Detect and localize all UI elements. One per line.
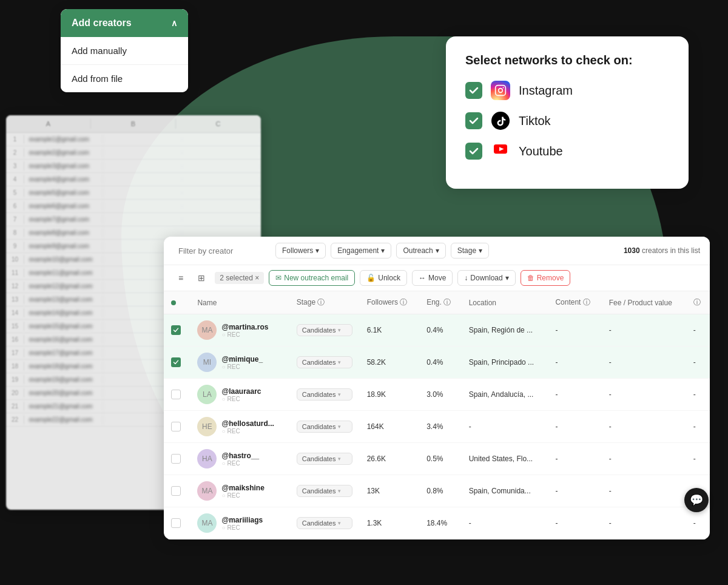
check-icon <box>469 116 479 126</box>
add-from-file-item[interactable]: Add from file <box>61 65 188 92</box>
creator-rec: ○ REC <box>221 428 274 435</box>
row-number: 18 <box>6 362 24 371</box>
stage-badge[interactable]: Candidates ▾ <box>297 421 352 433</box>
move-button[interactable]: ↔ Move <box>412 270 453 286</box>
th-engagement[interactable]: Eng. ⓘ <box>419 291 462 314</box>
lock-icon: 🔓 <box>366 274 376 282</box>
main-table-card: Followers ▾ Engagement ▾ Outreach ▾ Stag… <box>164 237 710 539</box>
row-checkbox[interactable] <box>171 390 181 399</box>
outreach-filter[interactable]: Outreach ▾ <box>396 243 445 259</box>
cell-email: example9@gmail.com <box>24 242 103 251</box>
td-followers: 6.1K <box>360 314 420 347</box>
row-number: 1 <box>6 135 24 144</box>
row-number: 15 <box>6 322 24 331</box>
cell-email: example10@gmail.com <box>24 255 103 264</box>
table-body: MA @martina.ros ○ REC Candidates ▾ 6.1K … <box>164 314 710 539</box>
row-checkbox[interactable] <box>171 518 181 528</box>
row-number: 6 <box>6 201 24 211</box>
new-outreach-email-button[interactable]: ✉ New outreach email <box>269 270 355 286</box>
td-checkbox <box>164 475 190 507</box>
td-content: - <box>548 314 601 347</box>
unlock-label: Unlock <box>378 274 400 282</box>
instagram-svg <box>494 84 507 96</box>
cell-email: example6@gmail.com <box>24 201 103 211</box>
table-row: MA @martina.ros ○ REC Candidates ▾ 6.1K … <box>164 314 710 347</box>
instagram-checkbox[interactable] <box>465 82 482 99</box>
creator-username[interactable]: @martina.ros <box>221 323 268 331</box>
table-row: MA @mariiliags ○ REC Candidates ▾ 1.3K 1… <box>164 507 710 539</box>
stage-dropdown-arrow: ▾ <box>338 424 341 430</box>
creators-count-text: creators in this list <box>642 246 700 255</box>
creator-username[interactable]: @mariiliags <box>221 516 263 524</box>
stage-badge[interactable]: Candidates ▾ <box>297 388 352 401</box>
td-stage: Candidates ▾ <box>289 443 360 475</box>
table-row: LA @laauraarc ○ REC Candidates ▾ 18.9K 3… <box>164 379 710 411</box>
youtube-checkbox[interactable] <box>465 143 482 160</box>
td-name: HE @hellosaturd... ○ REC <box>190 411 289 443</box>
tiktok-network-item[interactable]: Tiktok <box>465 111 669 130</box>
creator-avatar: MA <box>197 481 217 501</box>
td-engagement: 18.4% <box>419 507 462 539</box>
instagram-network-item[interactable]: Instagram <box>465 81 669 100</box>
outreach-filter-label: Outreach <box>403 246 433 255</box>
creator-username[interactable]: @hellosaturd... <box>221 419 274 428</box>
row-number: 22 <box>6 415 24 424</box>
td-checkbox <box>164 507 190 539</box>
stage-badge[interactable]: Candidates ▾ <box>297 453 352 465</box>
chat-icon[interactable]: 💬 <box>684 488 709 512</box>
engagement-filter[interactable]: Engagement ▾ <box>331 243 391 259</box>
td-location: Spain, Comunida... <box>462 475 548 507</box>
remove-button[interactable]: 🗑 Remove <box>521 270 571 286</box>
cell-email: example7@gmail.com <box>24 215 103 224</box>
th-location[interactable]: Location <box>462 291 548 314</box>
creator-username[interactable]: @hastro__ <box>221 451 259 460</box>
followers-filter[interactable]: Followers ▾ <box>275 243 326 259</box>
td-engagement: 0.8% <box>419 475 462 507</box>
row-checkbox[interactable] <box>171 325 181 335</box>
td-engagement: 0.4% <box>419 347 462 379</box>
unlock-button[interactable]: 🔓 Unlock <box>360 270 407 286</box>
add-creators-button[interactable]: Add creators ∧ <box>61 9 188 37</box>
row-checkbox[interactable] <box>171 422 181 431</box>
new-outreach-label: New outreach email <box>284 274 348 282</box>
followers-filter-label: Followers <box>282 246 313 255</box>
stage-badge[interactable]: Candidates ▾ <box>297 324 352 336</box>
download-button[interactable]: ↓ Download ▾ <box>457 270 515 286</box>
th-fee[interactable]: Fee / Product value <box>602 291 686 314</box>
stage-badge[interactable]: Candidates ▾ <box>297 517 352 529</box>
chevron-down-icon: ▾ <box>505 274 509 282</box>
stage-badge[interactable]: Candidates ▾ <box>297 485 352 497</box>
td-name: MA @martina.ros ○ REC <box>190 314 289 347</box>
stage-filter[interactable]: Stage ▾ <box>451 243 489 259</box>
cell-email: example11@gmail.com <box>24 268 103 277</box>
move-icon: ↔ <box>419 274 426 282</box>
filter-input[interactable] <box>174 244 271 258</box>
row-checkbox[interactable] <box>171 454 181 464</box>
row-checkbox[interactable] <box>171 357 181 367</box>
th-followers[interactable]: Followers ⓘ <box>360 291 420 314</box>
td-name: MI @mimique_ ○ REC <box>190 347 289 379</box>
td-content: - <box>548 443 601 475</box>
td-content: - <box>548 347 601 379</box>
td-content: - <box>548 475 601 507</box>
youtube-network-item[interactable]: Youtube <box>465 141 669 161</box>
cell-email: example22@gmail.com <box>24 415 103 424</box>
grid-view-button[interactable]: ⊞ <box>193 271 210 285</box>
stage-badge[interactable]: Candidates ▾ <box>297 356 352 368</box>
th-content[interactable]: Content ⓘ <box>548 291 601 314</box>
th-name[interactable]: Name <box>190 291 289 314</box>
creator-username[interactable]: @maikshine <box>221 484 264 492</box>
row-number: 10 <box>6 255 24 264</box>
tiktok-checkbox[interactable] <box>465 112 482 129</box>
creator-username[interactable]: @laauraarc <box>221 387 261 396</box>
add-manually-item[interactable]: Add manually <box>61 37 188 65</box>
creator-rec: ○ REC <box>221 460 259 467</box>
creator-rec: ○ REC <box>221 492 264 499</box>
creators-count-value: 1030 <box>624 246 640 255</box>
creator-username[interactable]: @mimique_ <box>221 355 263 364</box>
row-checkbox[interactable] <box>171 486 181 496</box>
cell-email: example4@gmail.com <box>24 175 103 184</box>
th-stage[interactable]: Stage ⓘ <box>289 291 360 314</box>
td-checkbox <box>164 347 190 379</box>
list-view-button[interactable]: ≡ <box>174 271 188 285</box>
